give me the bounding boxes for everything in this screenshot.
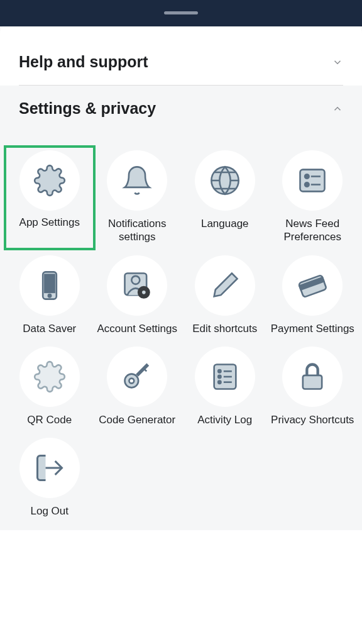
sliders-icon: [282, 150, 343, 211]
grid-item-news-feed-preferences[interactable]: News Feed Preferences: [271, 150, 355, 244]
grid-item-label: Privacy Shortcuts: [271, 413, 354, 426]
grid-item-label: Edit shortcuts: [192, 322, 257, 335]
phone-icon: [19, 255, 80, 316]
svg-point-19: [129, 378, 134, 383]
grid-item-label: Language: [201, 217, 249, 230]
grid-item-code-generator[interactable]: Code Generator: [96, 347, 180, 426]
grid-item-notifications-settings[interactable]: Notifications settings: [96, 150, 180, 244]
help-and-support-title: Help and support: [19, 53, 148, 71]
grid-item-label: News Feed Preferences: [271, 217, 355, 244]
logout-icon: [19, 438, 80, 498]
grid-item-log-out[interactable]: Log Out: [8, 438, 92, 518]
help-and-support-header[interactable]: Help and support: [0, 39, 362, 85]
settings-privacy-header[interactable]: Settings & privacy: [0, 86, 362, 131]
gear-icon: [19, 150, 80, 211]
gear-outline-icon: [19, 347, 80, 407]
bell-icon: [107, 150, 167, 211]
grid-item-app-settings[interactable]: App Settings: [4, 145, 96, 250]
drag-handle-bar[interactable]: [0, 0, 362, 26]
svg-point-25: [218, 380, 221, 383]
settings-grid: App Settings Notifications settings: [0, 131, 362, 530]
grid-item-label: Notifications settings: [96, 217, 180, 244]
svg-point-15: [142, 291, 146, 294]
globe-icon: [195, 150, 255, 211]
grid-item-label: Data Saver: [23, 322, 76, 335]
pencil-icon: [195, 255, 255, 316]
grid-item-privacy-shortcuts[interactable]: Privacy Shortcuts: [271, 347, 355, 426]
grid-item-label: App Settings: [19, 216, 80, 229]
grid-item-label: Account Settings: [97, 322, 177, 335]
grid-item-label: QR Code: [27, 413, 72, 426]
svg-point-7: [305, 182, 309, 187]
svg-rect-27: [303, 375, 322, 389]
svg-rect-10: [45, 274, 54, 292]
grid-item-label: Log Out: [31, 504, 69, 518]
grid-item-account-settings[interactable]: Account Settings: [96, 255, 180, 335]
grid-item-qr-code[interactable]: QR Code: [8, 347, 92, 426]
svg-rect-4: [300, 170, 325, 192]
grid-item-label: Payment Settings: [271, 322, 354, 335]
settings-panel: Help and support Settings & privacy Ap: [0, 21, 362, 644]
grid-item-edit-shortcuts[interactable]: Edit shortcuts: [183, 255, 267, 335]
chevron-down-icon: [332, 57, 343, 68]
credit-card-icon: [282, 255, 343, 316]
svg-point-13: [132, 275, 140, 284]
lock-icon: [282, 347, 343, 407]
svg-point-21: [218, 370, 221, 372]
grid-item-payment-settings[interactable]: Payment Settings: [271, 255, 355, 335]
key-icon: [107, 347, 167, 407]
grid-item-data-saver[interactable]: Data Saver: [8, 255, 92, 335]
svg-point-5: [305, 174, 309, 179]
svg-point-11: [48, 294, 51, 297]
grid-item-language[interactable]: Language: [183, 150, 267, 244]
chevron-up-icon: [332, 103, 343, 114]
settings-privacy-title: Settings & privacy: [19, 99, 156, 118]
list-icon: [195, 347, 255, 407]
svg-point-23: [218, 375, 221, 378]
account-gear-icon: [107, 255, 167, 316]
grid-item-label: Code Generator: [99, 413, 175, 426]
grid-item-label: Activity Log: [197, 413, 252, 426]
grid-item-activity-log[interactable]: Activity Log: [183, 347, 267, 426]
settings-privacy-section: Settings & privacy App Settings: [0, 86, 362, 530]
